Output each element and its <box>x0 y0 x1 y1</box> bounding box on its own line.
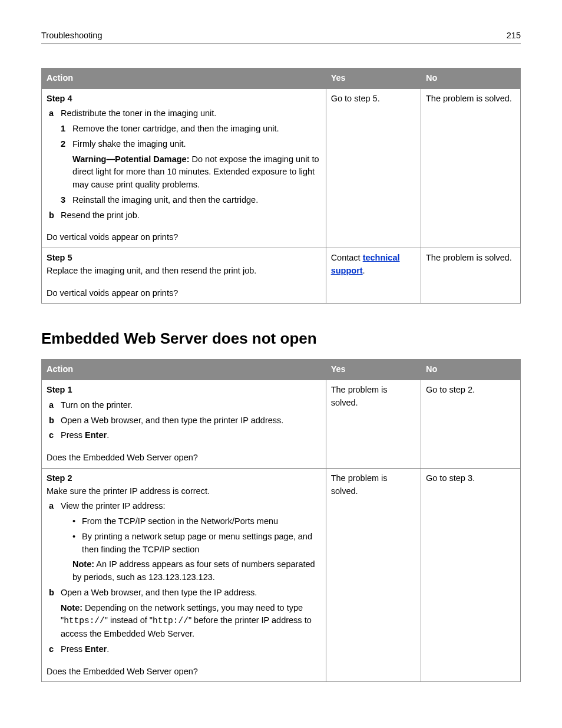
list-item: b Open a Web browser, and then type the … <box>49 587 321 599</box>
step-question: Does the Embedded Web Server open? <box>47 666 321 678</box>
list-marker: c <box>49 429 61 442</box>
list-marker: b <box>49 587 61 599</box>
troubleshoot-table-ews: Action Yes No Step 1 a Turn on the print… <box>41 359 521 682</box>
bullet-icon: • <box>72 515 82 528</box>
list-text: Press Enter. <box>61 643 109 656</box>
col-action: Action <box>42 360 326 380</box>
warning-label: Warning—Potential Damage: <box>72 154 189 164</box>
col-action: Action <box>42 68 326 88</box>
page-header: Troubleshooting 215 <box>41 29 521 44</box>
no-cell: Go to step 3. <box>421 468 520 682</box>
list-text: Press Enter. <box>61 429 109 442</box>
yes-post: . <box>363 266 365 275</box>
col-yes: Yes <box>326 68 421 88</box>
header-page-number: 215 <box>507 29 521 42</box>
step-question: Does the Embedded Web Server open? <box>47 452 321 465</box>
list-text: Resend the print job. <box>61 209 140 222</box>
col-no: No <box>421 360 520 380</box>
list-text: Open a Web browser, and then type the IP… <box>61 587 257 599</box>
list-text: By printing a network setup page or menu… <box>82 531 321 556</box>
list-text: View the printer IP address: <box>61 500 166 513</box>
list-text: Redistribute the toner in the imaging un… <box>61 107 216 120</box>
list-marker: 2 <box>61 138 72 151</box>
list-item: a View the printer IP address: <box>49 500 321 513</box>
no-cell: The problem is solved. <box>421 88 520 248</box>
list-text: Firmly shake the imaging unit. <box>72 138 186 151</box>
list-marker: a <box>49 399 61 412</box>
step-label: Step 2 <box>47 472 321 485</box>
list-item: a Redistribute the toner in the imaging … <box>49 107 321 120</box>
step-body: Replace the imaging unit, and then resen… <box>47 265 321 278</box>
list-item: 1 Remove the toner cartridge, and then t… <box>61 123 321 136</box>
table-row: Step 4 a Redistribute the toner in the i… <box>42 88 521 248</box>
list-text: From the TCP/IP section in the Network/P… <box>82 515 278 528</box>
list-item: 3 Reinstall the imaging unit, and then t… <box>61 194 321 207</box>
list-marker: a <box>49 107 61 120</box>
list-text: Turn on the printer. <box>61 399 133 412</box>
list-marker: 3 <box>61 194 72 207</box>
list-marker: c <box>49 643 61 656</box>
yes-cell: The problem is solved. <box>326 380 421 469</box>
list-text: Open a Web browser, and then type the pr… <box>61 414 283 427</box>
no-cell: Go to step 2. <box>421 380 520 469</box>
list-marker: 1 <box>61 123 72 136</box>
list-item: c Press Enter. <box>49 429 321 442</box>
col-yes: Yes <box>326 360 421 380</box>
yes-pre: Contact <box>331 253 363 262</box>
list-item: b Resend the print job. <box>49 209 321 222</box>
note-label: Note: <box>72 559 94 569</box>
col-no: No <box>421 68 520 88</box>
note-block: Note: Depending on the network settings,… <box>61 602 321 641</box>
note-text: An IP address appears as four sets of nu… <box>72 559 315 582</box>
no-cell: The problem is solved. <box>421 248 520 304</box>
header-section: Troubleshooting <box>41 29 102 42</box>
yes-cell: The problem is solved. <box>326 468 421 682</box>
list-text: Remove the toner cartridge, and then the… <box>72 123 279 136</box>
list-item: b Open a Web browser, and then type the … <box>49 414 321 427</box>
yes-cell: Go to step 5. <box>326 88 421 248</box>
warning-block: Warning—Potential Damage: Do not expose … <box>72 153 321 192</box>
code-https: https:// <box>64 616 105 625</box>
step-label: Step 5 <box>47 252 321 265</box>
yes-cell: Contact technical support. <box>326 248 421 304</box>
section-title: Embedded Web Server does not open <box>41 327 521 350</box>
step-label: Step 1 <box>47 384 321 397</box>
list-item: • By printing a network setup page or me… <box>72 531 321 556</box>
list-item: a Turn on the printer. <box>49 399 321 412</box>
step-question: Do vertical voids appear on prints? <box>47 231 321 244</box>
list-item: • From the TCP/IP section in the Network… <box>72 515 321 528</box>
table-row: Step 1 a Turn on the printer. b Open a W… <box>42 380 521 469</box>
table-row: Step 2 Make sure the printer IP address … <box>42 468 521 682</box>
table-row: Step 5 Replace the imaging unit, and the… <box>42 248 521 304</box>
troubleshoot-table-voids: Action Yes No Step 4 a Redistribute the … <box>41 68 521 304</box>
note-block: Note: An IP address appears as four sets… <box>72 558 321 584</box>
note-label: Note: <box>61 603 82 612</box>
step-label: Step 4 <box>47 93 321 106</box>
list-text: Reinstall the imaging unit, and then the… <box>72 194 258 207</box>
list-item: 2 Firmly shake the imaging unit. <box>61 138 321 151</box>
step-question: Do vertical voids appear on prints? <box>47 287 321 300</box>
list-marker: b <box>49 414 61 427</box>
bullet-icon: • <box>72 531 82 556</box>
code-http: http:// <box>153 616 189 625</box>
list-item: c Press Enter. <box>49 643 321 656</box>
step-intro: Make sure the printer IP address is corr… <box>47 485 321 498</box>
list-marker: b <box>49 209 61 222</box>
list-marker: a <box>49 500 61 513</box>
